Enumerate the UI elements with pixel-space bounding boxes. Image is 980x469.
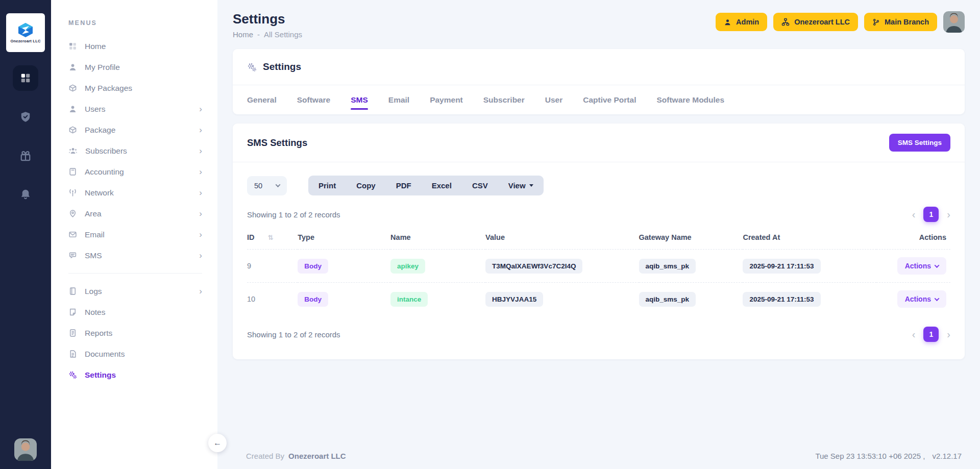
excel-button[interactable]: Excel: [422, 176, 462, 195]
sidebar-item-documents[interactable]: Documents: [68, 343, 202, 364]
sidebar-item-subscribers[interactable]: Subscribers ›: [68, 140, 202, 161]
sidebar-item-sms[interactable]: SMS ›: [68, 245, 202, 266]
tab-sms[interactable]: SMS: [351, 85, 368, 114]
sidebar-item-my-packages[interactable]: My Packages: [68, 78, 202, 98]
copy-button[interactable]: Copy: [346, 176, 386, 195]
settings-card-title: Settings: [263, 61, 301, 72]
sidebar-item-network[interactable]: Network ›: [68, 182, 202, 203]
tab-payment[interactable]: Payment: [430, 85, 463, 114]
chevron-right-icon: ›: [199, 287, 202, 295]
chevron-right-icon: ›: [199, 146, 202, 155]
rail-gift-button[interactable]: [13, 143, 38, 168]
breadcrumb-home[interactable]: Home: [233, 30, 253, 39]
sidebar-item-package[interactable]: Package ›: [68, 119, 202, 140]
rail-dashboard-button[interactable]: [13, 65, 38, 91]
pagination-prev-icon[interactable]: ‹: [912, 329, 916, 339]
pagination-page-1[interactable]: 1: [923, 327, 939, 342]
sidebar-item-logs[interactable]: Logs ›: [68, 281, 202, 302]
branch-button[interactable]: Main Branch: [864, 13, 937, 31]
pagination-page-1[interactable]: 1: [923, 207, 939, 222]
header-actions: Admin Onezeroart LLC Main Branch: [716, 11, 965, 33]
sidebar-item-settings[interactable]: Settings: [68, 364, 202, 385]
pagination-next-icon[interactable]: ›: [947, 329, 950, 339]
company-logo[interactable]: Onezeroart LLC: [6, 13, 45, 52]
name-badge: intance: [390, 292, 428, 307]
rail-notifications-button[interactable]: [13, 182, 38, 207]
sidebar-item-label: My Profile: [85, 63, 120, 72]
sidebar-item-email[interactable]: Email ›: [68, 224, 202, 245]
branch-icon: [872, 18, 880, 26]
sitemap-icon: [781, 18, 790, 26]
sidebar-item-label: Network: [85, 188, 114, 198]
table-row: 10 Body intance HBJYVJAA15 aqib_sms_pk 2…: [247, 283, 950, 316]
footer-company: Onezeroart LLC: [288, 452, 346, 460]
tab-captive-portal[interactable]: Captive Portal: [583, 85, 636, 114]
email-icon: [68, 230, 77, 239]
chevron-right-icon: ›: [199, 126, 202, 134]
col-header-value[interactable]: Value: [485, 225, 639, 250]
tab-software[interactable]: Software: [297, 85, 330, 114]
page-size-select[interactable]: 50: [247, 176, 287, 195]
sidebar-item-label: Settings: [85, 371, 116, 380]
branch-button-label: Main Branch: [885, 18, 929, 26]
chevron-right-icon: ›: [199, 105, 202, 113]
pdf-button[interactable]: PDF: [386, 176, 422, 195]
home-icon: [68, 42, 77, 51]
logo-hexagon-icon: [17, 22, 34, 38]
sidebar-item-reports[interactable]: Reports: [68, 323, 202, 343]
showing-text: Showing 1 to 2 of 2 records: [247, 210, 340, 219]
col-header-gateway[interactable]: Gateway Name: [639, 225, 743, 250]
csv-button[interactable]: CSV: [462, 176, 498, 195]
tab-email[interactable]: Email: [388, 85, 409, 114]
row-actions-button[interactable]: Actions: [897, 257, 946, 275]
sms-settings-card: SMS Settings SMS Settings 50 Print Copy …: [233, 124, 965, 359]
header-user-avatar[interactable]: [943, 11, 965, 33]
tab-software-modules[interactable]: Software Modules: [656, 85, 724, 114]
pagination-prev-icon[interactable]: ‹: [912, 209, 916, 219]
page-title: Settings: [233, 11, 302, 27]
dashboard-grid-icon: [20, 72, 31, 84]
sms-settings-button[interactable]: SMS Settings: [889, 134, 950, 152]
print-button[interactable]: Print: [308, 176, 346, 195]
icon-rail: Onezeroart LLC: [0, 0, 51, 469]
rail-shield-button[interactable]: [13, 104, 38, 130]
footer-datetime: Tue Sep 23 13:53:10 +06 2025 ,: [815, 452, 925, 460]
breadcrumb-current: All Settings: [264, 30, 302, 39]
company-button-label: Onezeroart LLC: [794, 18, 850, 26]
rail-user-avatar[interactable]: [14, 438, 37, 461]
bell-icon: [19, 188, 32, 201]
created-at-badge: 2025-09-21 17:11:53: [743, 259, 820, 274]
sidebar-item-accounting[interactable]: Accounting ›: [68, 161, 202, 182]
sidebar-collapse-button[interactable]: ←: [208, 434, 227, 452]
sidebar-item-area[interactable]: Area ›: [68, 203, 202, 224]
row-actions-button[interactable]: Actions: [897, 290, 946, 308]
sidebar-item-my-profile[interactable]: My Profile: [68, 57, 202, 78]
sidebar-item-label: Users: [85, 105, 105, 114]
pagination-next-icon[interactable]: ›: [947, 209, 950, 219]
sidebar-item-home[interactable]: Home: [68, 36, 202, 57]
tab-subscriber[interactable]: Subscriber: [483, 85, 525, 114]
col-header-name[interactable]: Name: [390, 225, 485, 250]
sidebar-item-label: SMS: [85, 251, 102, 260]
company-button[interactable]: Onezeroart LLC: [773, 13, 858, 31]
sidebar-item-notes[interactable]: Notes: [68, 302, 202, 323]
sort-icon[interactable]: ⇅: [268, 234, 274, 241]
col-header-created[interactable]: Created At: [743, 225, 876, 250]
reports-icon: [68, 329, 77, 337]
col-header-type[interactable]: Type: [298, 225, 390, 250]
table-header-row: ID⇅ Type Name Value Gateway Name Created…: [247, 225, 950, 250]
settings-card: Settings General Software SMS Email Paym…: [233, 49, 965, 114]
menus-label: MENUS: [68, 19, 202, 27]
tab-general[interactable]: General: [247, 85, 277, 114]
shield-check-icon: [19, 111, 32, 123]
chevron-down-icon: [935, 296, 940, 301]
cell-id: 9: [247, 250, 298, 283]
sidebar-item-users[interactable]: Users ›: [68, 98, 202, 119]
tab-user[interactable]: User: [545, 85, 562, 114]
breadcrumb-separator: -: [257, 30, 260, 39]
view-dropdown-button[interactable]: View: [498, 176, 544, 195]
created-at-badge: 2025-09-21 17:11:53: [743, 292, 820, 307]
col-header-id[interactable]: ID⇅: [247, 225, 298, 250]
pagination-bottom: ‹ 1 ›: [912, 327, 950, 342]
admin-button[interactable]: Admin: [716, 13, 767, 31]
